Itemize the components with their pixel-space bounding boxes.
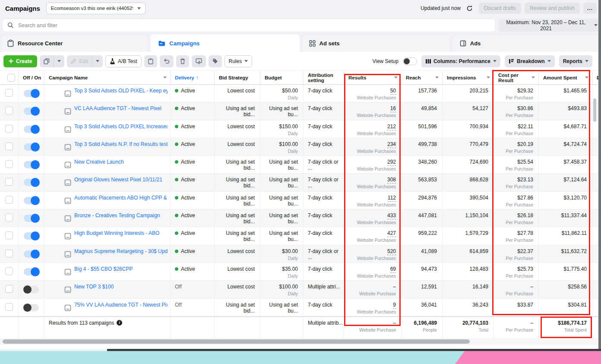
table-row[interactable]: Automatic Placements ABO High CPP & LOTS… [0, 192, 601, 209]
row-checkbox[interactable] [5, 214, 13, 222]
table-row[interactable]: Bronze - Creatives Testing Campaign Acti… [0, 209, 601, 227]
campaign-toggle[interactable] [24, 215, 39, 222]
account-selector[interactable]: Ecomseason v3 this one eirik (440529... [46, 3, 146, 14]
horizontal-scrollbar[interactable] [0, 338, 601, 345]
results-value-link[interactable]: 427 [387, 230, 396, 237]
campaign-chart-icon[interactable] [64, 215, 71, 222]
campaign-toggle[interactable] [24, 126, 39, 133]
campaign-chart-icon[interactable] [64, 108, 71, 115]
row-checkbox[interactable] [5, 231, 13, 239]
row-checkbox[interactable] [5, 250, 13, 257]
campaign-chart-icon[interactable] [64, 197, 71, 204]
campaign-chart-icon[interactable] [64, 144, 71, 151]
table-row[interactable]: Big 4 - $55 CBO $26CPP Active Lowest cos… [0, 263, 601, 281]
campaign-name-link[interactable]: Top 3 Solid Adsets N.P. If no Results te… [74, 141, 168, 147]
campaign-name-link[interactable]: High Budget Winning Interests - ABO [74, 230, 168, 236]
results-value-link[interactable]: 520 [387, 248, 396, 255]
campaign-name-link[interactable]: Top 3 Solid Adsets OLD PIXEL Increased f… [74, 123, 168, 130]
campaign-chart-icon[interactable] [64, 90, 71, 97]
row-checkbox[interactable] [5, 196, 13, 204]
results-value-link[interactable]: 292 [387, 159, 396, 166]
campaign-name-link[interactable]: Bronze - Creatives Testing Campaign [74, 212, 168, 218]
undo-button[interactable] [160, 55, 174, 67]
campaign-chart-icon[interactable] [64, 161, 71, 168]
campaign-name-link[interactable]: New Creative Launch [74, 159, 168, 165]
row-checkbox[interactable] [5, 107, 13, 114]
campaign-chart-icon[interactable] [64, 269, 71, 275]
campaign-toggle[interactable] [24, 304, 39, 311]
campaign-chart-icon[interactable] [64, 179, 71, 186]
campaign-chart-icon[interactable] [64, 286, 71, 293]
campaign-toggle[interactable] [24, 250, 39, 258]
results-value-link[interactable]: 212 [387, 123, 396, 130]
breakdown-button[interactable]: Breakdown [505, 55, 555, 67]
more-options-button[interactable]: ... [583, 3, 597, 14]
row-checkbox[interactable] [5, 267, 13, 275]
column-header-results[interactable]: Results [344, 71, 402, 84]
table-row[interactable]: New Creative Launch Active Using ad set … [0, 156, 601, 174]
campaign-name-link[interactable]: Original Gloves Newest Pixel 10/11/21 [74, 177, 168, 183]
row-checkbox[interactable] [5, 142, 13, 150]
campaign-name-link[interactable]: 75% VV LAA Audience TGT - Newest Pixel - [74, 302, 168, 308]
column-header-amount-spent[interactable]: Amount Spent [539, 71, 592, 84]
horizontal-scrollbar-thumb[interactable] [3, 339, 470, 344]
results-value-link[interactable]: 9 [393, 302, 396, 309]
campaign-chart-icon[interactable] [64, 304, 71, 311]
table-row[interactable]: New TOP 3 $100 Off Lowest cost $100.00Da… [0, 281, 601, 298]
table-row[interactable]: 75% VV LAA Audience TGT - Newest Pixel -… [0, 299, 601, 317]
campaign-toggle[interactable] [24, 143, 39, 151]
results-value-link[interactable]: 16 [390, 105, 396, 112]
results-value-link[interactable]: 69 [390, 266, 396, 273]
column-header-campaign-name[interactable]: Campaign Name [44, 71, 171, 84]
select-all-checkbox[interactable] [7, 74, 15, 82]
results-value-link[interactable]: 308 [387, 177, 396, 184]
discard-drafts-button[interactable]: Discard drafts [479, 3, 521, 14]
campaign-toggle[interactable] [24, 232, 39, 240]
duplicate-dropdown[interactable] [54, 55, 64, 67]
campaign-toggle[interactable] [24, 179, 39, 186]
column-header-bid-strategy[interactable]: Bid Strategy [215, 71, 260, 84]
table-row[interactable]: Original Gloves Newest Pixel 10/11/21 Ac… [0, 174, 601, 191]
column-header-reach[interactable]: Reach [402, 71, 443, 84]
tab-resource-center[interactable]: Resource Center [0, 35, 149, 52]
column-header-impressions[interactable]: Impressions [443, 71, 494, 84]
row-checkbox[interactable] [5, 178, 13, 186]
tab-ad-sets[interactable]: Ad sets [302, 35, 450, 52]
campaign-toggle[interactable] [24, 90, 39, 97]
reports-button[interactable]: Reports [559, 55, 592, 67]
campaign-name-link[interactable]: Big 4 - $55 CBO $26CPP [74, 266, 168, 272]
results-value-link[interactable]: 112 [388, 195, 396, 202]
search-input[interactable]: Search and filter [2, 19, 496, 32]
edit-button[interactable]: Edit [67, 55, 92, 67]
rules-button[interactable]: Rules [225, 55, 253, 67]
campaign-name-link[interactable]: Magnus Supreme Retargeting - 30$ Updated… [74, 248, 168, 254]
campaign-name-link[interactable]: New TOP 3 $100 [74, 284, 168, 290]
campaign-toggle[interactable] [24, 286, 39, 293]
row-checkbox[interactable] [5, 303, 13, 311]
vertical-scrollbar-thumb[interactable] [593, 98, 596, 122]
campaign-toggle[interactable] [24, 197, 39, 204]
row-checkbox[interactable] [5, 160, 13, 168]
table-row[interactable]: Top 3 Solid Adsets OLD PIXEL - Keep eye … [0, 85, 601, 102]
row-checkbox[interactable] [5, 125, 13, 133]
tab-ads[interactable]: Ads [452, 35, 601, 52]
duplicate-button[interactable] [40, 55, 54, 67]
date-range-selector[interactable]: Maximum: Nov 23, 2020 – Dec 11, 2021 [499, 19, 600, 32]
create-button[interactable]: Create [3, 55, 37, 67]
tag-button[interactable] [209, 55, 222, 67]
campaign-name-link[interactable]: Automatic Placements ABO High CPP & LOTS… [74, 195, 168, 201]
column-header-delivery[interactable]: Delivery↑ [171, 71, 215, 84]
campaign-toggle[interactable] [24, 161, 39, 168]
refresh-button[interactable] [464, 3, 475, 14]
review-publish-button[interactable]: Review and publish [525, 3, 580, 14]
campaign-chart-icon[interactable] [64, 251, 71, 258]
table-row[interactable]: Top 3 Solid Adsets OLD PIXEL Increased f… [0, 120, 601, 138]
column-header-cost-per-result[interactable]: Cost per Result [494, 71, 539, 84]
row-checkbox[interactable] [5, 89, 13, 97]
campaign-chart-icon[interactable] [64, 233, 71, 240]
results-value-link[interactable]: – [393, 284, 396, 290]
column-header-budget[interactable]: Budget [260, 71, 304, 84]
view-setup-toggle[interactable] [403, 57, 417, 65]
campaign-name-link[interactable]: Top 3 Solid Adsets OLD PIXEL - Keep eye … [74, 88, 168, 94]
ab-test-button[interactable]: A/B Test [105, 55, 141, 67]
